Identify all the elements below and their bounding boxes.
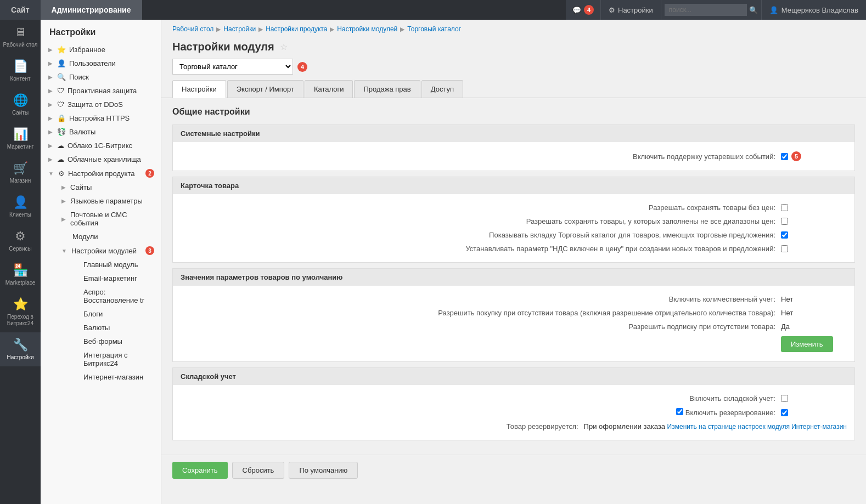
breadcrumb-product-settings[interactable]: Настройки продукта bbox=[266, 25, 327, 33]
nav-item-internet-shop[interactable]: Интернет-магазин bbox=[80, 370, 161, 384]
sidebar-item-shop[interactable]: 🛒 Магазин bbox=[0, 156, 41, 190]
cloud-nav-icon: ☁ bbox=[57, 141, 64, 150]
sidebar-item-sites[interactable]: 🌐 Сайты bbox=[0, 88, 41, 122]
arrow-icon: ▶ bbox=[48, 74, 53, 80]
sidebar-item-label-marketplace: Marketplace bbox=[5, 280, 35, 286]
checkbox-reservation-enabled[interactable] bbox=[781, 409, 788, 416]
change-button[interactable]: Изменить bbox=[781, 336, 833, 352]
module-badge: 4 bbox=[297, 62, 307, 72]
ddos-nav-icon: 🛡 bbox=[57, 100, 64, 109]
nav-item-https[interactable]: ▶ 🔒 Настройка HTTPS bbox=[41, 111, 161, 125]
sidebar-item-clients[interactable]: 👤 Клиенты bbox=[0, 190, 41, 224]
setting-label-reservation-when: Товар резервируется: bbox=[181, 422, 584, 431]
breadcrumb-sep: ▶ bbox=[258, 26, 263, 33]
setting-label-warehouse-enabled: Включить складской учет: bbox=[181, 394, 781, 403]
shield-nav-icon: 🛡 bbox=[57, 87, 64, 95]
nav-item-bitrix24-int[interactable]: Интеграция с Битрикс24 bbox=[80, 348, 161, 370]
topbar-settings-button[interactable]: ⚙ Настройки bbox=[600, 0, 661, 20]
breadcrumb-trade-catalog[interactable]: Торговый каталог bbox=[407, 25, 461, 33]
checkbox-show-trade-tab[interactable] bbox=[781, 231, 788, 239]
topbar-site-button[interactable]: Сайт bbox=[0, 0, 41, 20]
tab-settings[interactable]: Настройки bbox=[172, 80, 226, 98]
nav-item-modules[interactable]: Модули bbox=[56, 230, 161, 243]
nav-item-cloud1c[interactable]: ▶ ☁ Облако 1С-Битрикс bbox=[41, 139, 161, 152]
nav-item-search[interactable]: ▶ 🔍 Поиск bbox=[41, 70, 161, 84]
topbar-admin-button[interactable]: Администрирование bbox=[41, 0, 142, 20]
nav-item-main-module[interactable]: Главный модуль bbox=[80, 258, 161, 271]
user-icon: 👤 bbox=[769, 6, 778, 14]
marketplace-icon: 🏪 bbox=[13, 263, 28, 278]
nav-item-currencies[interactable]: ▶ 💱 Валюты bbox=[41, 125, 161, 139]
nav-item-sites-sub[interactable]: ▶ Сайты bbox=[56, 180, 161, 194]
setting-label-allow-subscribe: Разрешить подписку при отсутствии товара… bbox=[181, 322, 781, 331]
nav-item-proactive-label: Проактивная защита bbox=[68, 87, 137, 95]
sidebar-item-services[interactable]: ⚙ Сервисы bbox=[0, 224, 41, 258]
sidebar-item-label-content: Контент bbox=[10, 76, 30, 82]
topbar-notifications-button[interactable]: 💬 4 bbox=[566, 0, 600, 20]
setting-row-reservation-when: Товар резервируется: При оформлении зака… bbox=[181, 420, 847, 433]
sidebar-item-desktop[interactable]: 🖥 Рабочий стол bbox=[0, 20, 41, 54]
breadcrumb-desktop[interactable]: Рабочий стол bbox=[172, 25, 213, 33]
nav-item-module-settings[interactable]: ▼ Настройки модулей 3 bbox=[56, 243, 161, 258]
favorites-nav-icon: ⭐ bbox=[57, 46, 66, 54]
sidebar-item-marketplace[interactable]: 🏪 Marketplace bbox=[0, 258, 41, 292]
gear-nav-icon: ⚙ bbox=[58, 169, 65, 178]
search-input[interactable] bbox=[665, 4, 747, 16]
page-header: Настройки модуля ☆ bbox=[161, 38, 866, 59]
tab-access[interactable]: Доступ bbox=[421, 80, 463, 98]
setting-control-save-not-all-prices bbox=[781, 218, 847, 225]
nav-item-blogs[interactable]: Блоги bbox=[80, 307, 161, 321]
nav-item-ddos[interactable]: ▶ 🛡 Защита от DDoS bbox=[41, 98, 161, 111]
reset-button[interactable]: Сбросить bbox=[232, 462, 285, 479]
nav-item-users[interactable]: ▶ 👤 Пользователи bbox=[41, 56, 161, 70]
module-settings-badge: 3 bbox=[145, 246, 154, 255]
checkbox-vat-included[interactable] bbox=[781, 245, 788, 252]
tab-catalogs[interactable]: Каталоги bbox=[305, 80, 353, 98]
setting-row-deprecated-events: Включить поддержку устаревших событий: 5 bbox=[181, 149, 847, 164]
sidebar-item-bitrix24[interactable]: ⭐ Переход в Битрикс24 bbox=[0, 292, 41, 332]
checkbox-warehouse-enabled[interactable] bbox=[781, 395, 788, 402]
nav-item-aspro[interactable]: Аспро: Восстановление tr bbox=[80, 285, 161, 307]
checkbox-deprecated-events[interactable] bbox=[781, 153, 788, 160]
tab-rights-sale[interactable]: Продажа прав bbox=[354, 80, 420, 98]
setting-control-warehouse-enabled bbox=[781, 395, 847, 402]
sidebar-item-label-services: Сервисы bbox=[9, 246, 31, 252]
section-defaults: Значения параметров товаров по умолчанию… bbox=[172, 268, 855, 362]
sidebar-item-system[interactable]: 🔧 Настройки bbox=[0, 332, 41, 366]
breadcrumb-settings[interactable]: Настройки bbox=[223, 25, 256, 33]
nav-item-cloudstorage[interactable]: ▶ ☁ Облачные хранилища bbox=[41, 152, 161, 166]
sidebar: 🖥 Рабочий стол 📄 Контент 🌐 Сайты 📊 Марке… bbox=[0, 20, 41, 504]
nav-panel-title: Настройки bbox=[41, 20, 161, 43]
arrow-icon: ▶ bbox=[48, 47, 53, 53]
search-icon[interactable]: 🔍 bbox=[749, 6, 758, 14]
module-select-row: Торговый каталог Интернет-магазин Главны… bbox=[161, 59, 866, 80]
topbar-user-button[interactable]: 👤 Мещеряков Владислав bbox=[761, 0, 866, 20]
tab-export-import[interactable]: Экспорт / Импорт bbox=[227, 80, 303, 98]
section-warehouse: Складской учет Включить складской учет: … bbox=[172, 367, 855, 440]
change-shop-module-link[interactable]: Изменить на странице настроек модуля Инт… bbox=[667, 423, 847, 431]
sidebar-item-content[interactable]: 📄 Контент bbox=[0, 54, 41, 88]
nav-item-currencies-sub[interactable]: Валюты bbox=[80, 321, 161, 335]
nav-item-email-marketing-label: Email-маркетинг bbox=[83, 274, 137, 282]
favorite-star-icon[interactable]: ☆ bbox=[280, 42, 288, 52]
checkbox-save-no-price[interactable] bbox=[781, 204, 788, 211]
nav-item-favorites[interactable]: ▶ ⭐ Избранное bbox=[41, 43, 161, 56]
save-button[interactable]: Сохранить bbox=[172, 462, 228, 479]
sidebar-item-marketing[interactable]: 📊 Маркетинг bbox=[0, 122, 41, 156]
breadcrumb-module-settings[interactable]: Настройки модулей bbox=[337, 25, 397, 33]
nav-item-search-label: Поиск bbox=[69, 73, 89, 81]
setting-label-qty-tracking: Включить количественный учет: bbox=[181, 295, 781, 303]
nav-item-proactive[interactable]: ▶ 🛡 Проактивная защита bbox=[41, 84, 161, 98]
nav-item-product-settings[interactable]: ▼ ⚙ Настройки продукта 2 bbox=[41, 166, 161, 180]
checkbox-reservation-label-check[interactable] bbox=[676, 408, 683, 415]
module-select[interactable]: Торговый каталог Интернет-магазин Главны… bbox=[172, 59, 293, 75]
nav-item-mail[interactable]: ▶ Почтовые и СМС события bbox=[56, 208, 161, 230]
shop-icon: 🛒 bbox=[13, 161, 28, 175]
nav-item-lang[interactable]: ▶ Языковые параметры bbox=[56, 194, 161, 208]
nav-item-webforms[interactable]: Веб-формы bbox=[80, 335, 161, 348]
section-system-body: Включить поддержку устаревших событий: 5 bbox=[173, 142, 854, 171]
nav-item-email-marketing[interactable]: Email-маркетинг bbox=[80, 271, 161, 285]
default-button[interactable]: По умолчанию bbox=[289, 462, 358, 479]
checkbox-save-not-all-prices[interactable] bbox=[781, 218, 788, 225]
sites-icon: 🌐 bbox=[13, 93, 28, 107]
